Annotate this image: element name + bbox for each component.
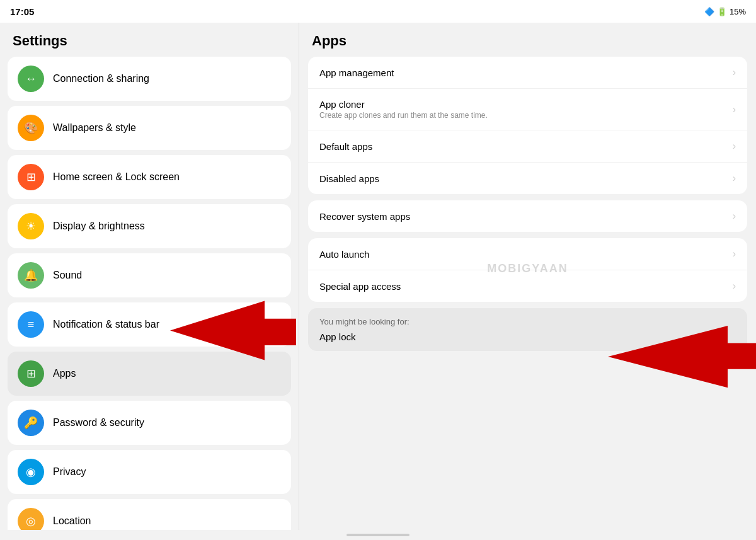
- app-cloner-subtitle: Create app clones and run them at the sa…: [319, 111, 728, 120]
- sidebar-item-display-brightness[interactable]: ☀Display & brightness: [8, 204, 291, 248]
- app-management-left: App management: [319, 67, 728, 78]
- right-panel-title: Apps: [299, 23, 756, 57]
- connection-sharing-label: Connection & sharing: [53, 73, 149, 84]
- right-panel: Apps App management›App clonerCreate app…: [299, 23, 756, 530]
- app-cloner-chevron-icon: ›: [733, 104, 736, 115]
- special-app-access-title: Special app access: [319, 281, 728, 292]
- apps-label: Apps: [53, 368, 76, 379]
- display-brightness-label: Display & brightness: [53, 221, 145, 232]
- special-app-access-left: Special app access: [319, 281, 728, 292]
- apps-card-1: Recover system apps›: [308, 200, 747, 232]
- card-item-app-management[interactable]: App management›: [308, 57, 747, 89]
- home-lock-label: Home screen & Lock screen: [53, 171, 180, 183]
- sound-icon: 🔔: [18, 262, 44, 289]
- recover-system-apps-left: Recover system apps: [319, 211, 728, 222]
- location-label: Location: [53, 515, 91, 527]
- scroll-indicator: [0, 530, 756, 540]
- apps-icon: ⊞: [18, 360, 44, 387]
- bluetooth-icon: 🔷: [704, 7, 714, 16]
- auto-launch-chevron-icon: ›: [733, 248, 736, 260]
- card-item-auto-launch[interactable]: Auto launch›: [308, 238, 747, 270]
- recover-system-apps-chevron-icon: ›: [733, 210, 736, 222]
- default-apps-chevron-icon: ›: [733, 141, 736, 152]
- notification-bar-label: Notification & status bar: [53, 319, 159, 330]
- sidebar-item-privacy[interactable]: ◉Privacy: [8, 450, 291, 494]
- privacy-label: Privacy: [53, 466, 86, 478]
- sidebar-item-password-security[interactable]: 🔑Password & security: [8, 401, 291, 445]
- disabled-apps-chevron-icon: ›: [733, 173, 736, 184]
- display-brightness-icon: ☀: [18, 213, 44, 239]
- sidebar-item-notification-bar[interactable]: ≡Notification & status bar: [8, 302, 291, 347]
- sidebar-item-wallpapers-style[interactable]: 🎨Wallpapers & style: [8, 106, 291, 150]
- apps-card-2: Auto launch›Special app access›: [308, 238, 747, 302]
- card-item-default-apps[interactable]: Default apps›: [308, 130, 747, 163]
- auto-launch-title: Auto launch: [319, 249, 728, 260]
- settings-list: ↔Connection & sharing🎨Wallpapers & style…: [0, 57, 299, 530]
- left-panel: Settings ↔Connection & sharing🎨Wallpaper…: [0, 23, 299, 530]
- settings-title: Settings: [0, 23, 299, 57]
- card-item-disabled-apps[interactable]: Disabled apps›: [308, 163, 747, 194]
- location-icon: ◎: [18, 508, 44, 530]
- default-apps-left: Default apps: [319, 141, 728, 152]
- sidebar-item-connection-sharing[interactable]: ↔Connection & sharing: [8, 57, 291, 101]
- card-item-app-cloner[interactable]: App clonerCreate app clones and run them…: [308, 89, 747, 130]
- battery-percent: 15%: [730, 7, 746, 16]
- wallpapers-style-label: Wallpapers & style: [53, 122, 136, 134]
- wallpapers-style-icon: 🎨: [18, 115, 44, 141]
- status-time: 17:05: [10, 6, 34, 17]
- main-area: Settings ↔Connection & sharing🎨Wallpaper…: [0, 23, 756, 530]
- recover-system-apps-title: Recover system apps: [319, 211, 728, 222]
- sound-label: Sound: [53, 270, 82, 281]
- app-management-chevron-icon: ›: [733, 67, 736, 78]
- connection-sharing-icon: ↔: [18, 66, 44, 92]
- disabled-apps-left: Disabled apps: [319, 173, 728, 184]
- card-item-recover-system-apps[interactable]: Recover system apps›: [308, 200, 747, 232]
- suggestion-item-app-lock[interactable]: App lock: [319, 331, 736, 342]
- battery-icon: 🔋: [717, 7, 727, 16]
- sidebar-item-apps[interactable]: ⊞Apps: [8, 352, 291, 396]
- default-apps-title: Default apps: [319, 141, 728, 152]
- status-bar: 17:05 🔷 🔋 15%: [0, 0, 756, 23]
- app-cloner-title: App cloner: [319, 99, 728, 110]
- scroll-bar: [346, 534, 410, 536]
- privacy-icon: ◉: [18, 459, 44, 485]
- special-app-access-chevron-icon: ›: [733, 280, 736, 292]
- home-lock-icon: ⊞: [18, 164, 44, 190]
- auto-launch-left: Auto launch: [319, 249, 728, 260]
- sidebar-item-sound[interactable]: 🔔Sound: [8, 253, 291, 297]
- password-security-icon: 🔑: [18, 410, 44, 436]
- card-item-special-app-access[interactable]: Special app access›: [308, 270, 747, 302]
- sidebar-item-location[interactable]: ◎Location: [8, 499, 291, 530]
- sidebar-item-home-lock[interactable]: ⊞Home screen & Lock screen: [8, 155, 291, 199]
- app-cloner-left: App clonerCreate app clones and run them…: [319, 99, 728, 120]
- status-icons: 🔷 🔋 15%: [704, 7, 746, 16]
- apps-card-0: App management›App clonerCreate app clon…: [308, 57, 747, 194]
- password-security-label: Password & security: [53, 417, 144, 428]
- notification-bar-icon: ≡: [18, 311, 44, 338]
- suggestion-label: You might be looking for:: [319, 317, 736, 326]
- suggestion-box: You might be looking for:App lock: [308, 308, 747, 351]
- right-content: App management›App clonerCreate app clon…: [299, 57, 756, 351]
- disabled-apps-title: Disabled apps: [319, 173, 728, 184]
- app-management-title: App management: [319, 67, 728, 78]
